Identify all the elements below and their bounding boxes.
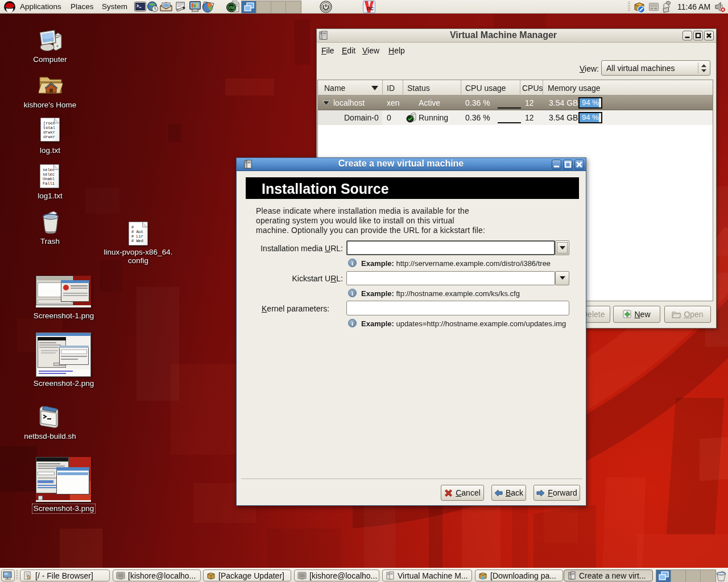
svg-text:nc: nc bbox=[367, 5, 374, 11]
svg-text:VM: VM bbox=[228, 6, 234, 10]
